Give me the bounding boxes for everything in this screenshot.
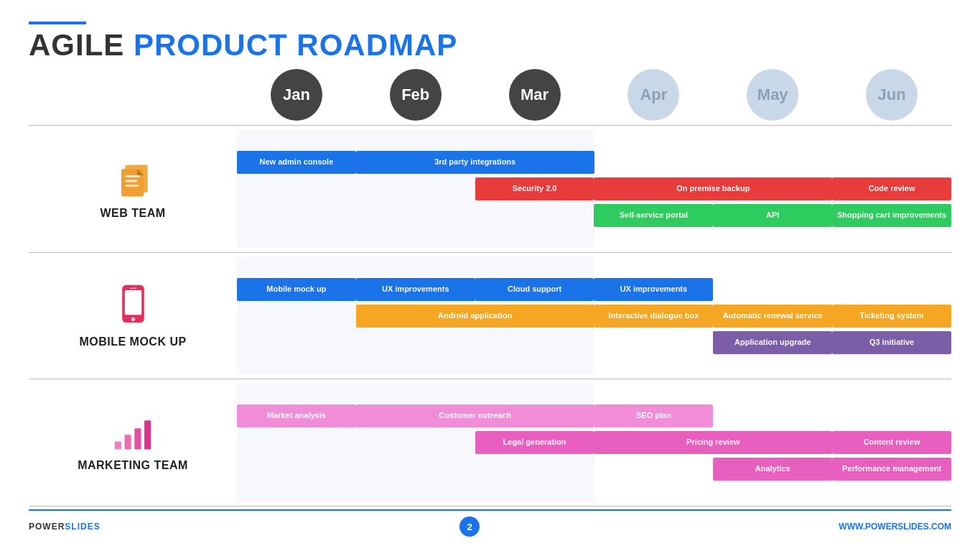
page-number: 2	[459, 517, 480, 537]
bars-col-web: New admin console3rd party integrationsS…	[237, 130, 951, 248]
bar-slot: New admin console	[237, 151, 356, 174]
team-label-marketing: MARKETING TEAM	[29, 384, 237, 501]
bar-line-web-1: Security 2.0On premise backupCode review	[237, 177, 951, 200]
team-icon-marketing	[111, 414, 154, 456]
bar-slot: Customer outreach	[356, 404, 594, 427]
bar-filled: Interactive dialogue box	[594, 305, 714, 328]
bar-line-marketing-0: Market analysisCustomer outreachSEO plan	[237, 404, 951, 427]
bar-slot: Cloud support	[475, 278, 594, 301]
accent-line	[29, 22, 86, 24]
empty-slot	[713, 278, 832, 301]
bar-filled: Security 2.0	[475, 177, 594, 200]
brand-text: POWER	[29, 522, 65, 532]
empty-slot	[356, 458, 475, 481]
empty-slot	[356, 331, 475, 354]
bar-line-mobile-1: Android applicationInteractive dialogue …	[237, 305, 951, 328]
month-circle-may: May	[747, 69, 798, 121]
empty-slot	[713, 404, 832, 427]
bar-line-mobile-2: Application upgradeQ3 initiative	[237, 331, 951, 354]
footer-brand: POWERSLIDES	[29, 522, 101, 532]
bar-slot: 3rd party integrations	[356, 151, 594, 174]
month-cell-feb: Feb	[356, 69, 475, 121]
empty-slot	[237, 331, 356, 354]
svg-rect-2	[125, 175, 139, 177]
empty-slot	[594, 151, 714, 174]
team-name-marketing: MARKETING TEAM	[78, 459, 188, 472]
bar-slot: Code review	[832, 177, 951, 200]
month-cell-apr: Apr	[594, 69, 713, 121]
team-name-web: WEB TEAM	[100, 207, 165, 220]
team-row-web: WEB TEAMNew admin console3rd party integ…	[29, 125, 951, 252]
bar-slot: Application upgrade	[713, 331, 832, 354]
bar-slot: Self-service portal	[594, 204, 713, 227]
footer: POWERSLIDES 2 WWW.POWERSLIDES.COM	[29, 509, 951, 537]
month-circle-feb: Feb	[390, 69, 442, 121]
svg-rect-8	[130, 287, 136, 289]
bar-slot: SEO plan	[594, 404, 714, 427]
bar-slot: Ticketing system	[832, 305, 951, 328]
bar-slot: Analytics	[713, 458, 832, 481]
bar-filled: Mobile mock up	[237, 278, 356, 301]
bar-slot: UX improvements	[594, 278, 713, 301]
month-cell-jun: Jun	[832, 69, 951, 121]
empty-slot	[475, 458, 594, 481]
bar-filled: Shopping cart improvements	[832, 204, 951, 227]
brand-blue: SLIDES	[65, 522, 100, 532]
svg-rect-11	[134, 428, 141, 449]
empty-slot	[713, 151, 832, 174]
bar-line-mobile-0: Mobile mock upUX improvementsCloud suppo…	[237, 278, 951, 301]
title-part2: PRODUCT ROADMAP	[134, 28, 457, 62]
bar-filled: Performance management	[832, 458, 951, 481]
team-row-mobile: MOBILE MOCK UPMobile mock upUX improveme…	[29, 252, 951, 379]
bar-filled: SEO plan	[594, 404, 714, 427]
bar-slot: Performance management	[832, 458, 951, 481]
month-circle-jan: Jan	[271, 69, 322, 121]
bar-filled: Content review	[832, 431, 951, 454]
svg-rect-6	[124, 290, 141, 315]
bar-line-web-2: Self-service portalAPIShopping cart impr…	[237, 204, 951, 227]
bar-filled: Legal generation	[475, 431, 594, 454]
month-cell-jan: Jan	[237, 69, 356, 121]
bar-filled: Analytics	[713, 458, 832, 481]
empty-slot	[237, 177, 356, 200]
bar-filled: New admin console	[237, 151, 356, 174]
page: AGILE PRODUCT ROADMAP JanFebMarAprMayJun…	[0, 0, 980, 551]
bar-filled: Cloud support	[475, 278, 594, 301]
bar-slot: API	[713, 204, 832, 227]
empty-slot	[832, 151, 951, 174]
bar-slot: Market analysis	[237, 404, 356, 427]
svg-rect-10	[125, 435, 131, 449]
bar-slot: Content review	[832, 431, 951, 454]
empty-slot	[475, 204, 594, 227]
bar-filled: 3rd party integrations	[356, 151, 594, 174]
bar-slot: Shopping cart improvements	[832, 204, 951, 227]
team-row-marketing: MARKETING TEAMMarket analysisCustomer ou…	[29, 379, 951, 506]
bar-filled: UX improvements	[356, 278, 475, 301]
team-icon-mobile	[117, 283, 149, 333]
team-icon-web	[113, 158, 153, 204]
bar-filled: Code review	[832, 177, 951, 200]
bar-filled: Pricing review	[594, 431, 832, 454]
bar-slot: Pricing review	[594, 431, 832, 454]
month-circle-apr: Apr	[627, 69, 679, 121]
bar-filled: Automatic renewal service	[713, 305, 832, 328]
bar-filled: API	[713, 204, 832, 227]
svg-rect-4	[125, 185, 138, 187]
empty-slot	[237, 305, 356, 328]
bar-filled: Ticketing system	[832, 305, 951, 328]
empty-slot	[356, 431, 475, 454]
bars-col-marketing: Market analysisCustomer outreachSEO plan…	[237, 384, 951, 501]
bar-line-marketing-2: AnalyticsPerformance management	[237, 458, 951, 481]
svg-rect-12	[144, 420, 151, 449]
empty-slot	[475, 331, 594, 354]
bar-filled: On premise backup	[594, 177, 832, 200]
svg-point-7	[131, 318, 134, 321]
timeline-body: WEB TEAMNew admin console3rd party integ…	[29, 125, 951, 506]
month-circle-mar: Mar	[509, 69, 561, 121]
month-cell-mar: Mar	[475, 69, 594, 121]
empty-slot	[594, 458, 713, 481]
bar-filled: Q3 initiative	[832, 331, 951, 354]
month-circle-jun: Jun	[866, 69, 918, 121]
empty-slot	[237, 204, 356, 227]
team-label-web: WEB TEAM	[29, 130, 237, 248]
